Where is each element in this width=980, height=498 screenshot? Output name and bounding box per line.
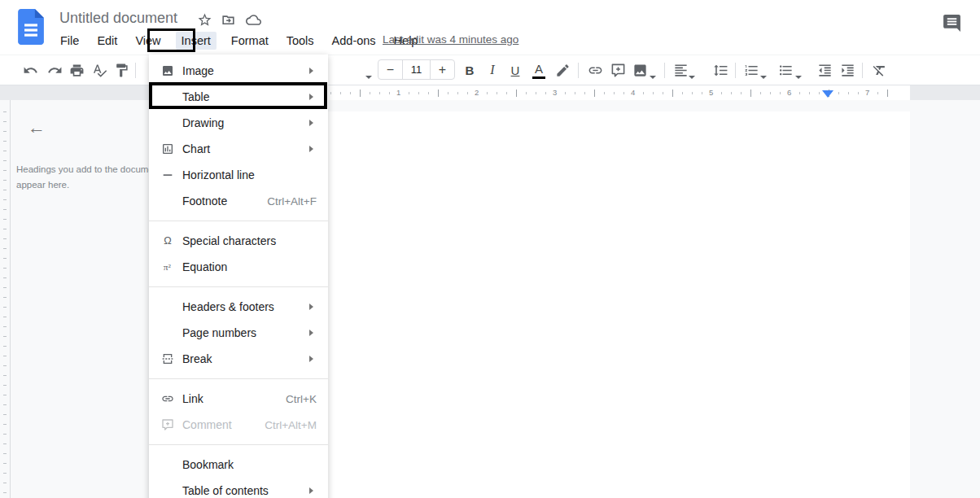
ruler-tick: [3, 151, 7, 151]
spell-check-button[interactable]: [88, 59, 111, 81]
italic-button[interactable]: I: [481, 59, 504, 81]
menu-item-table-of-contents[interactable]: Table of contents: [149, 478, 328, 498]
document-title[interactable]: Untitled document: [59, 10, 177, 27]
docs-logo-icon[interactable]: [18, 9, 44, 45]
redo-button[interactable]: [43, 59, 66, 81]
menubar-item-tools[interactable]: Tools: [283, 32, 317, 50]
menubar-item-file[interactable]: File: [57, 32, 82, 50]
menu-item-equation[interactable]: π²Equation: [149, 254, 328, 280]
menu-item-label: Bookmark: [182, 458, 317, 471]
cloud-status-icon[interactable]: [246, 12, 261, 28]
menubar-item-insert[interactable]: Insert: [176, 32, 217, 50]
menu-icon-spacer: [161, 326, 182, 339]
menu-item-bookmark[interactable]: Bookmark: [149, 452, 328, 478]
bold-button[interactable]: B: [458, 59, 481, 81]
menubar-item-format[interactable]: Format: [228, 32, 272, 50]
submenu-arrow-icon: [309, 120, 313, 126]
ruler-tick: [3, 473, 7, 474]
increase-font-size-button[interactable]: +: [431, 60, 454, 79]
comment-icon: [161, 418, 182, 431]
menu-item-label: Footnote: [182, 194, 267, 208]
menu-item-table[interactable]: Table: [149, 84, 328, 110]
highlight-color-button[interactable]: [551, 59, 574, 81]
menu-item-page-numbers[interactable]: Page numbers: [149, 320, 328, 346]
numbered-list-caret-icon[interactable]: [760, 68, 770, 74]
menu-item-break[interactable]: Break: [149, 346, 328, 372]
submenu-arrow-icon: [309, 330, 313, 336]
menu-item-image[interactable]: Image: [149, 58, 328, 84]
ruler-tick: [409, 92, 409, 94]
google-docs-window: Untitled document FileEditViewInsertForm…: [0, 0, 980, 498]
toolbar-separator: [862, 63, 863, 78]
add-comment-button[interactable]: [606, 59, 629, 81]
increase-indent-button[interactable]: [836, 59, 859, 81]
ruler-tick: [3, 180, 7, 181]
menu-item-horizontal-line[interactable]: Horizontal line: [149, 162, 328, 188]
menubar-item-view[interactable]: View: [132, 32, 164, 50]
undo-button[interactable]: [19, 59, 42, 81]
right-indent-marker-icon[interactable]: [822, 90, 833, 98]
insert-image-button[interactable]: [628, 59, 651, 81]
menu-item-chart[interactable]: Chart: [149, 136, 328, 162]
ruler-tick: [350, 92, 351, 94]
chart-icon: [161, 142, 182, 155]
ruler-tick: [379, 92, 380, 94]
ruler-tick: [3, 483, 7, 483]
font-dropdown-caret-icon[interactable]: [365, 68, 375, 74]
menu-item-label: Page numbers: [182, 326, 309, 339]
menubar-item-add-ons[interactable]: Add-ons: [329, 32, 379, 50]
ruler-tick: [809, 92, 810, 94]
ruler-tick: [584, 92, 585, 94]
ruler-tick: [3, 326, 7, 327]
star-icon[interactable]: [197, 12, 212, 28]
menubar-items: FileEditViewInsertFormatToolsAdd-onsHelp: [57, 29, 421, 52]
close-outline-button[interactable]: ←: [26, 117, 47, 138]
comment-history-icon[interactable]: [942, 13, 962, 33]
menu-separator: [149, 378, 328, 379]
clear-formatting-button[interactable]: [868, 59, 890, 81]
line-spacing-button[interactable]: [709, 59, 732, 81]
toolbar-separator: [664, 63, 665, 78]
menubar-item-edit[interactable]: Edit: [94, 32, 120, 50]
ruler-tick: [457, 92, 458, 94]
ruler-number: 7: [865, 88, 869, 97]
underline-button[interactable]: U: [504, 59, 527, 81]
ruler-number: 6: [787, 88, 791, 97]
decrease-font-size-button[interactable]: −: [378, 60, 402, 79]
vertical-ruler[interactable]: [0, 100, 11, 498]
ruler-tick: [3, 209, 7, 210]
menu-separator: [149, 221, 328, 221]
ruler-tick: [663, 92, 663, 94]
bulleted-list-caret-icon[interactable]: [795, 68, 805, 74]
ruler-tick: [887, 90, 888, 97]
menu-item-link[interactable]: LinkCtrl+K: [149, 386, 328, 412]
ruler-tick: [858, 92, 859, 94]
numbered-list-button[interactable]: [740, 59, 763, 81]
menu-item-footnote[interactable]: FootnoteCtrl+Alt+F: [149, 188, 328, 214]
ruler-tick: [3, 414, 7, 415]
paint-format-button[interactable]: [110, 59, 133, 81]
menu-item-special-characters[interactable]: ΩSpecial characters: [149, 228, 328, 254]
bulleted-list-button[interactable]: [774, 59, 797, 81]
titlebar: Untitled document FileEditViewInsertForm…: [0, 0, 980, 55]
ruler-tick: [3, 307, 7, 308]
ruler-tick: [497, 92, 497, 94]
last-edit-status[interactable]: Last edit was 4 minutes ago: [383, 33, 518, 46]
align-caret-icon[interactable]: [689, 68, 698, 74]
move-folder-icon[interactable]: [221, 12, 236, 28]
insert-link-button[interactable]: [584, 59, 606, 81]
ruler-tick: [3, 434, 7, 435]
menu-item-headers-footers[interactable]: Headers & footers: [149, 294, 328, 320]
text-color-button[interactable]: A: [527, 59, 550, 81]
ruler-tick: [448, 92, 448, 94]
ruler-tick: [614, 92, 615, 94]
font-size-group: − 11 +: [378, 59, 455, 80]
decrease-indent-button[interactable]: [813, 59, 836, 81]
ruler-tick: [3, 268, 7, 269]
ruler-tick: [780, 92, 781, 94]
insert-image-caret-icon[interactable]: [650, 68, 659, 74]
font-size-input[interactable]: 11: [402, 60, 431, 79]
print-button[interactable]: [65, 59, 88, 81]
menu-item-drawing[interactable]: Drawing: [149, 110, 328, 136]
ruler-tick: [770, 92, 771, 94]
